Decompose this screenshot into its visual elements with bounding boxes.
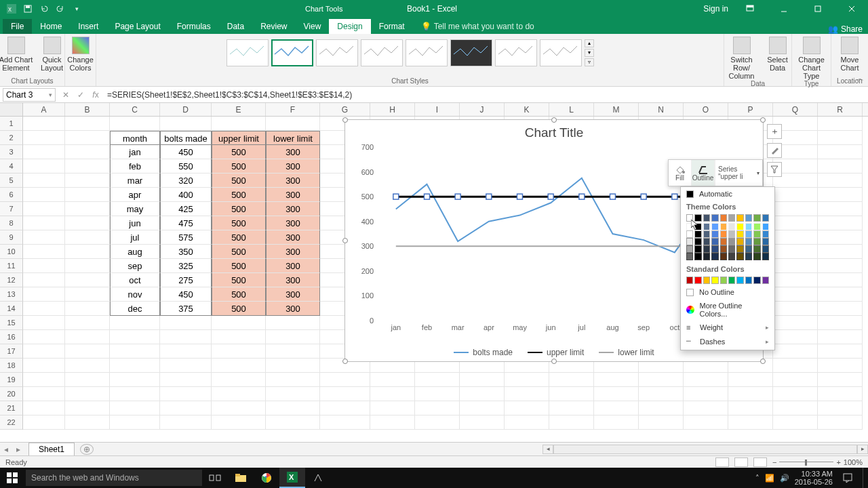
row-header[interactable]: 17: [0, 344, 23, 359]
row-header[interactable]: 3: [0, 145, 23, 159]
color-swatch[interactable]: [728, 277, 735, 284]
color-swatch[interactable]: [703, 277, 710, 284]
cell[interactable]: [818, 230, 863, 245]
sheet-nav-next[interactable]: ▸: [12, 445, 24, 454]
color-swatch[interactable]: [762, 230, 769, 238]
cell[interactable]: [110, 387, 160, 401]
cell[interactable]: [818, 401, 863, 415]
formula-input[interactable]: =SERIES(Sheet1!$E$2,Sheet1!$C$3:$C$14,Sh…: [103, 90, 868, 100]
cell[interactable]: [773, 216, 818, 230]
cell[interactable]: 500: [212, 259, 266, 273]
color-swatch[interactable]: [762, 223, 769, 230]
save-icon[interactable]: [22, 3, 34, 15]
cell[interactable]: [549, 387, 594, 401]
chart-styles-more[interactable]: ▴▾▿: [585, 39, 594, 66]
cell[interactable]: [160, 330, 212, 344]
color-swatch[interactable]: [686, 238, 693, 245]
row-header[interactable]: 4: [0, 159, 23, 174]
cell[interactable]: [212, 316, 266, 330]
excel-taskbar-icon[interactable]: X: [279, 468, 305, 488]
page-break-view-icon[interactable]: [753, 458, 767, 467]
cell[interactable]: [773, 245, 818, 259]
chart-style-8[interactable]: [540, 39, 582, 66]
cell[interactable]: [160, 415, 212, 430]
color-swatch[interactable]: [736, 245, 743, 253]
color-swatch[interactable]: [720, 238, 727, 245]
resize-handle[interactable]: [342, 117, 348, 123]
cell[interactable]: [460, 373, 505, 387]
cell[interactable]: [23, 401, 65, 415]
cell[interactable]: [415, 387, 460, 401]
row-header[interactable]: 18: [0, 359, 23, 373]
column-header[interactable]: E: [212, 103, 266, 116]
cell[interactable]: [639, 401, 684, 415]
cell[interactable]: [728, 415, 773, 430]
color-swatch[interactable]: [720, 245, 727, 253]
app-icon[interactable]: [305, 468, 331, 488]
color-swatch[interactable]: [728, 223, 735, 230]
cell[interactable]: [684, 373, 728, 387]
color-swatch[interactable]: [736, 253, 743, 260]
cell[interactable]: [65, 344, 110, 359]
column-header[interactable]: D: [160, 103, 212, 116]
resize-handle[interactable]: [760, 359, 766, 364]
maximize-icon[interactable]: [806, 0, 830, 17]
cell[interactable]: [160, 316, 212, 330]
cell[interactable]: [773, 373, 818, 387]
cell[interactable]: [110, 117, 160, 131]
quick-layout-button[interactable]: Quick Layout: [39, 37, 66, 72]
cell[interactable]: 275: [160, 273, 212, 287]
scroll-left-icon[interactable]: ◂: [542, 445, 553, 454]
cell[interactable]: [212, 387, 266, 401]
undo-icon[interactable]: [38, 3, 50, 15]
color-swatch[interactable]: [736, 230, 743, 238]
cell[interactable]: [773, 273, 818, 287]
cell[interactable]: [818, 245, 863, 259]
cell[interactable]: [65, 387, 110, 401]
zoom-slider[interactable]: − + 100%: [772, 458, 863, 466]
cell[interactable]: 425: [160, 202, 212, 216]
column-headers[interactable]: ABCDEFGHIJKLMNOPQR: [0, 103, 868, 117]
cell[interactable]: [23, 330, 65, 344]
cell[interactable]: jan: [110, 145, 160, 159]
zoom-in-icon[interactable]: +: [836, 458, 840, 466]
chart-elements-button[interactable]: ＋: [767, 124, 782, 139]
color-swatch[interactable]: [694, 277, 701, 284]
cell[interactable]: [773, 302, 818, 316]
color-swatch[interactable]: [686, 214, 693, 222]
action-center-icon[interactable]: [838, 468, 857, 488]
cell[interactable]: [818, 302, 863, 316]
tab-view[interactable]: View: [296, 19, 330, 34]
cell[interactable]: [65, 159, 110, 174]
cell[interactable]: 300: [266, 202, 320, 216]
color-swatch[interactable]: [745, 238, 752, 245]
start-button[interactable]: [0, 468, 24, 488]
row-header[interactable]: 9: [0, 230, 23, 245]
cell[interactable]: [160, 117, 212, 131]
color-swatch[interactable]: [711, 230, 718, 238]
color-swatch[interactable]: [745, 253, 752, 260]
cell[interactable]: [23, 188, 65, 202]
tab-data[interactable]: Data: [219, 19, 252, 34]
color-swatch[interactable]: [736, 223, 743, 230]
cell[interactable]: [505, 387, 549, 401]
cell[interactable]: [160, 359, 212, 373]
cell[interactable]: [818, 415, 863, 430]
cell[interactable]: [23, 344, 65, 359]
color-swatch[interactable]: [736, 214, 743, 222]
cell[interactable]: [818, 117, 863, 131]
color-swatch[interactable]: [720, 253, 727, 260]
cell[interactable]: 300: [266, 302, 320, 316]
cell[interactable]: [818, 359, 863, 373]
outline-dashes[interactable]: ┄Dashes▸: [681, 334, 774, 348]
column-header[interactable]: F: [266, 103, 320, 116]
cell[interactable]: [773, 287, 818, 302]
column-header[interactable]: R: [818, 103, 863, 116]
outline-button[interactable]: Outline: [692, 160, 715, 186]
row-header[interactable]: 13: [0, 287, 23, 302]
collapse-ribbon-icon[interactable]: ︿: [856, 73, 864, 83]
cell[interactable]: [773, 259, 818, 273]
color-swatch[interactable]: [745, 214, 752, 222]
color-swatch[interactable]: [694, 245, 701, 253]
tell-me-input[interactable]: 💡 Tell me what you want to do: [413, 19, 542, 34]
